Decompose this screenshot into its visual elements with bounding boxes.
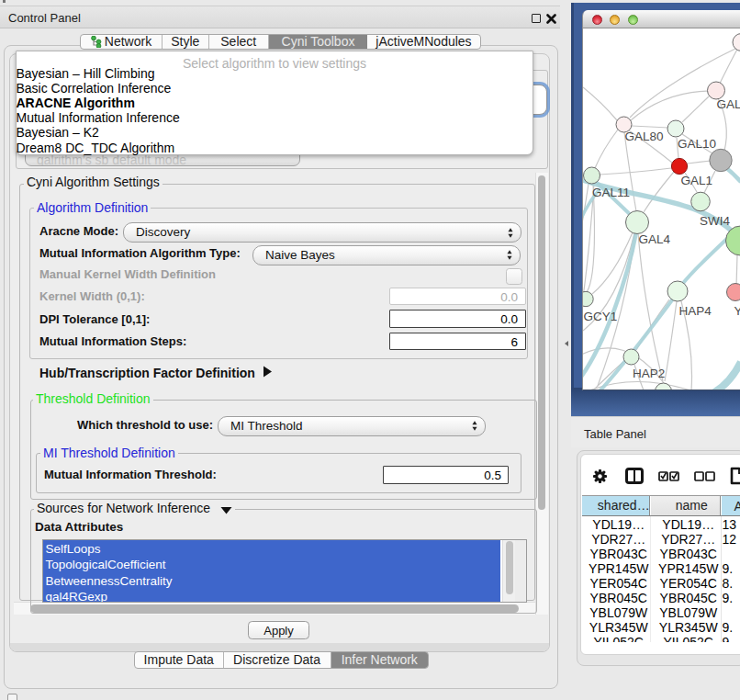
svg-text:GAL4: GAL4	[639, 232, 671, 246]
svg-text:GCY1: GCY1	[584, 310, 618, 323]
svg-text:GAL11: GAL11	[592, 186, 630, 199]
svg-text:GAL1: GAL1	[681, 174, 713, 187]
svg-text:SWI4: SWI4	[700, 214, 730, 228]
svg-text:GAL10: GAL10	[678, 137, 716, 151]
svg-text:GAL80: GAL80	[625, 130, 664, 143]
svg-text:GAL8: GAL8	[717, 97, 740, 111]
svg-text:Y: Y	[734, 304, 740, 318]
svg-text:HAP2: HAP2	[633, 367, 665, 380]
svg-text:HAP4: HAP4	[679, 304, 712, 318]
